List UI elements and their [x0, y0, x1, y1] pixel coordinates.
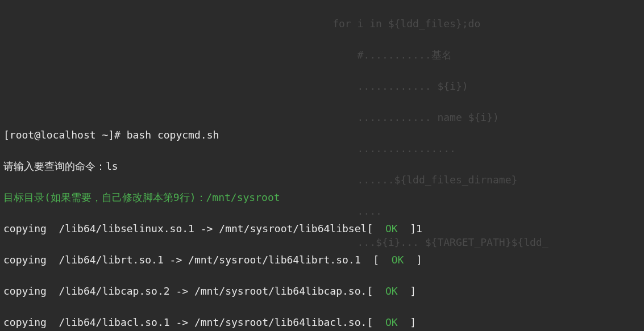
copy-output-line: copying /lib64/libcap.so.2 -> /mnt/sysro… [3, 283, 641, 299]
typed-command: bash copycmd.sh [127, 129, 219, 141]
prompt-line: [root@localhost ~]# bash copycmd.sh [3, 127, 641, 143]
copy-output-line: copying /lib64/librt.so.1 -> /mnt/sysroo… [3, 252, 641, 268]
copy-output-line: copying /lib64/libacl.so.1 -> /mnt/sysro… [3, 315, 641, 330]
target-dir-label: 目标目录(如果需要，自己修改脚本第9行)： [3, 191, 206, 203]
ok-status: OK [385, 223, 398, 234]
user-input: ls [106, 160, 118, 172]
ok-status: OK [385, 316, 398, 328]
ok-status: OK [385, 285, 398, 297]
copy-output-line: copying /lib64/libselinux.so.1 -> /mnt/s… [3, 221, 641, 237]
target-dir-line: 目标目录(如果需要，自己修改脚本第9行)：/mnt/sysroot [3, 190, 641, 206]
target-dir-value: /mnt/sysroot [206, 191, 280, 203]
terminal-foreground: [root@localhost ~]# bash copycmd.sh 请输入要… [3, 112, 641, 332]
terminal-window[interactable]: for i in ${ldd_files};do #...........基名 … [0, 0, 644, 331]
shell-prompt: [root@localhost ~]# [3, 129, 127, 141]
input-request-line: 请输入要查询的命令：ls [3, 158, 641, 174]
ok-status: OK [392, 254, 404, 266]
